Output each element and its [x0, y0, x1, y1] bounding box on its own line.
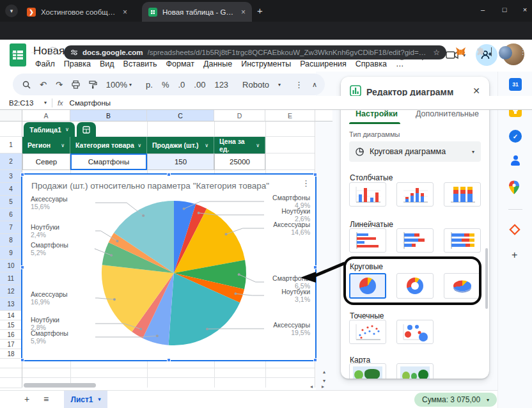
- row-header-7[interactable]: 7: [0, 221, 22, 234]
- row-header-1[interactable]: 1: [0, 137, 22, 153]
- row-header-13[interactable]: 13: [0, 298, 22, 311]
- site-settings-icon[interactable]: [70, 49, 78, 56]
- url-field[interactable]: docs.google.com /spreadsheets/d/1b5Rj8tF…: [64, 45, 446, 59]
- thumb-geo-map-markers[interactable]: [396, 363, 434, 379]
- row-header-3[interactable]: 3: [0, 170, 22, 183]
- menu-item-1[interactable]: Правка: [59, 58, 95, 70]
- collapse-toolbar-icon[interactable]: ∧: [308, 77, 322, 92]
- chart-selection-handle[interactable]: [20, 358, 24, 362]
- row-header-10[interactable]: 10: [0, 260, 22, 272]
- window-close-button[interactable]: ×: [515, 0, 532, 19]
- cell-d2[interactable]: 25000: [214, 153, 265, 170]
- chart-selection-handle[interactable]: [20, 265, 24, 269]
- row-header-15[interactable]: 15: [0, 320, 22, 330]
- tasks-icon[interactable]: ✓: [509, 130, 522, 143]
- add-sheet-icon[interactable]: +: [24, 394, 29, 404]
- tab-settings[interactable]: Настройки: [356, 109, 398, 118]
- cell-a2[interactable]: Север: [22, 153, 70, 170]
- row-header-12[interactable]: 12: [0, 285, 22, 298]
- column-header-d[interactable]: D: [214, 110, 265, 122]
- reload-icon[interactable]: [49, 46, 57, 54]
- column-header-c[interactable]: C: [147, 110, 214, 122]
- browser-profile-avatar[interactable]: [499, 46, 512, 59]
- bookmark-star-icon[interactable]: ☆: [433, 48, 440, 57]
- row-header-6[interactable]: 6: [0, 208, 22, 221]
- thumb-geo-map[interactable]: [349, 363, 386, 379]
- window-maximize-button[interactable]: □: [495, 0, 514, 19]
- calendar-icon[interactable]: 31: [509, 78, 522, 91]
- back-icon[interactable]: ←: [10, 47, 19, 56]
- table-header-region[interactable]: Регион∨: [22, 137, 70, 153]
- thumb-bar-chart[interactable]: [349, 228, 386, 253]
- percent-format-button[interactable]: %: [157, 77, 174, 92]
- panel-scrollbar-thumb[interactable]: [485, 248, 488, 309]
- number-format-button[interactable]: 123: [210, 77, 233, 92]
- table-chip[interactable]: Таблица1∨: [24, 122, 75, 137]
- get-addons-plus-icon[interactable]: +: [512, 249, 517, 261]
- formula-input[interactable]: Смартфоны: [70, 99, 111, 107]
- menu-item-4[interactable]: Формат: [162, 58, 199, 70]
- panel-close-icon[interactable]: ✕: [473, 86, 480, 96]
- table-header-sales[interactable]: Продажи (шт.)∨: [147, 137, 214, 153]
- thumb-donut-chart[interactable]: [396, 273, 434, 299]
- table-menu-chip[interactable]: [77, 122, 96, 137]
- chart-selection-handle[interactable]: [167, 173, 171, 177]
- forward-icon[interactable]: →: [29, 47, 38, 56]
- row-header-9[interactable]: 9: [0, 247, 22, 260]
- currency-format-button[interactable]: р.: [141, 77, 157, 92]
- scroll-left-icon[interactable]: ◂: [310, 384, 313, 389]
- row-header-16[interactable]: 16: [0, 330, 22, 340]
- menu-item-3[interactable]: Вставить: [119, 58, 162, 70]
- row-header-14[interactable]: 14: [0, 311, 22, 320]
- toolbar-more-kebab-icon[interactable]: ⋮: [290, 77, 308, 92]
- thumb-pie-chart-selected[interactable]: [349, 273, 386, 299]
- chart-type-dropdown[interactable]: Круговая диаграмма ▾: [349, 141, 481, 162]
- addon-icon[interactable]: [509, 224, 522, 237]
- chart-object[interactable]: Продажи (шт.) относительно параметра "Ка…: [22, 175, 315, 360]
- row-header-blank[interactable]: [0, 378, 22, 388]
- row-header-11[interactable]: 11: [0, 272, 22, 285]
- extensions-puzzle-icon[interactable]: [476, 47, 485, 56]
- row-header-17[interactable]: 17: [0, 340, 22, 349]
- thumb-100-stacked-column-chart[interactable]: [444, 182, 481, 207]
- tab-search-chevron-icon[interactable]: ▾: [5, 4, 18, 17]
- row-header-blank[interactable]: [0, 122, 22, 137]
- window-minimize-button[interactable]: –: [473, 0, 492, 19]
- all-sheets-icon[interactable]: ≡: [43, 394, 49, 404]
- decrease-decimals-button[interactable]: .0: [173, 77, 189, 92]
- thumb-3d-pie-chart[interactable]: [444, 273, 481, 299]
- browser-menu-kebab-icon[interactable]: ⋮: [519, 47, 527, 56]
- name-box-caret-icon[interactable]: ▾: [44, 100, 47, 106]
- undo-icon[interactable]: ↶: [35, 77, 51, 92]
- maps-icon[interactable]: [509, 180, 522, 193]
- menu-item-0[interactable]: Файл: [31, 58, 59, 70]
- row-header-blank[interactable]: [0, 368, 22, 378]
- redo-icon[interactable]: ↷: [51, 77, 67, 92]
- font-select[interactable]: Roboto▾: [238, 77, 285, 92]
- scroll-down-icon[interactable]: ▾: [323, 378, 325, 384]
- menu-item-2[interactable]: Вид: [95, 58, 119, 70]
- tab-close-icon[interactable]: ×: [241, 8, 246, 17]
- column-header-e[interactable]: E: [265, 110, 315, 122]
- row-header-4[interactable]: 4: [0, 183, 22, 196]
- name-box[interactable]: B2:C13: [9, 99, 42, 107]
- column-header-a[interactable]: A: [22, 110, 70, 122]
- thumb-column-chart[interactable]: [349, 182, 386, 207]
- menu-item-6[interactable]: Инструменты: [237, 58, 295, 70]
- thumb-stacked-bar-chart[interactable]: [396, 228, 434, 253]
- chart-selection-handle[interactable]: [167, 358, 171, 362]
- zoom-select[interactable]: 100%▾: [102, 77, 136, 92]
- row-header-2[interactable]: 2: [0, 153, 22, 170]
- thumb-bubble-chart[interactable]: [396, 320, 434, 344]
- metamask-extension-icon[interactable]: [455, 47, 466, 57]
- menu-item-5[interactable]: Данные: [199, 58, 237, 70]
- menu-item-7[interactable]: Расширения: [295, 58, 351, 70]
- print-icon[interactable]: [67, 77, 84, 92]
- cell-c2[interactable]: 150: [147, 153, 214, 170]
- browser-tab-2-active[interactable]: Новая таблица - Google Табли ×: [142, 2, 252, 22]
- table-header-category[interactable]: Категория товара∨: [70, 137, 147, 153]
- menu-item-8[interactable]: Справка: [351, 58, 391, 70]
- row-header-8[interactable]: 8: [0, 234, 22, 247]
- chart-selection-handle[interactable]: [20, 173, 24, 177]
- thumb-100-stacked-bar-chart[interactable]: [444, 228, 481, 253]
